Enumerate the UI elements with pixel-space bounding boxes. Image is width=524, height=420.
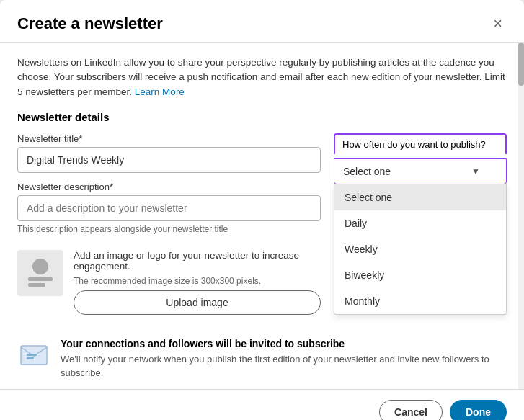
- intro-text: Newsletters on LinkedIn allow you to sha…: [17, 55, 507, 99]
- dropdown-item-select-one[interactable]: Select one: [334, 184, 506, 210]
- description-input[interactable]: [17, 195, 321, 221]
- subscribe-title: Your connections and followers will be i…: [61, 338, 507, 349]
- frequency-select[interactable]: Select one ▼: [334, 158, 507, 184]
- publish-label: How often do you want to publish?: [334, 133, 507, 154]
- image-placeholder: [17, 250, 63, 296]
- form-right: How often do you want to publish? Select…: [334, 133, 507, 184]
- placeholder-line-long: [28, 277, 53, 281]
- modal-title: Create a newsletter: [17, 14, 163, 33]
- envelope-icon: [17, 338, 50, 371]
- form-layout: Newsletter title* Newsletter description…: [17, 133, 507, 315]
- svg-rect-1: [27, 354, 37, 356]
- description-label: Newsletter description*: [17, 182, 321, 192]
- learn-more-link[interactable]: Learn More: [135, 86, 185, 97]
- done-button[interactable]: Done: [450, 400, 507, 420]
- subscribe-section: Your connections and followers will be i…: [17, 328, 507, 380]
- cancel-button[interactable]: Cancel: [379, 400, 443, 420]
- section-title: Newsletter details: [17, 111, 507, 123]
- scrollbar-thumb[interactable]: [518, 43, 524, 86]
- image-info-hint: The recommended image size is 300x300 pi…: [74, 276, 321, 286]
- scrollbar-track[interactable]: [518, 43, 524, 389]
- modal-body: Newsletters on LinkedIn allow you to sha…: [0, 43, 524, 389]
- description-field-group: Newsletter description* This description…: [17, 182, 321, 234]
- title-input[interactable]: [17, 147, 321, 173]
- modal-footer: Cancel Done: [0, 389, 524, 420]
- image-section: Add an image or logo for your newsletter…: [17, 250, 321, 315]
- upload-image-button[interactable]: Upload image: [74, 290, 321, 315]
- svg-rect-2: [27, 357, 34, 359]
- placeholder-line-medium: [28, 283, 45, 287]
- select-container: Select one ▼ Select one Daily Weekly Biw…: [334, 158, 507, 184]
- title-field-group: Newsletter title*: [17, 133, 321, 173]
- description-hint: This description appears alongside your …: [17, 224, 321, 234]
- subscribe-description: We'll notify your network when you publi…: [61, 352, 507, 380]
- title-label: Newsletter title*: [17, 133, 321, 144]
- close-button[interactable]: ×: [489, 14, 507, 33]
- modal-header: Create a newsletter ×: [0, 0, 524, 43]
- chevron-down-icon: ▼: [471, 166, 480, 177]
- dropdown-item-biweekly[interactable]: Biweekly: [334, 262, 506, 288]
- dropdown-item-monthly[interactable]: Monthly: [334, 288, 506, 314]
- image-info: Add an image or logo for your newsletter…: [74, 250, 321, 315]
- select-value: Select one: [343, 166, 391, 177]
- form-left: Newsletter title* Newsletter description…: [17, 133, 321, 315]
- modal: Create a newsletter × Newsletters on Lin…: [0, 0, 524, 420]
- image-info-text: Add an image or logo for your newsletter…: [74, 250, 321, 272]
- dropdown-item-daily[interactable]: Daily: [334, 210, 506, 236]
- placeholder-circle: [32, 259, 48, 274]
- frequency-dropdown: Select one Daily Weekly Biweekly Monthly: [334, 184, 507, 315]
- dropdown-item-weekly[interactable]: Weekly: [334, 236, 506, 262]
- placeholder-lines: [28, 277, 53, 287]
- intro-body: Newsletters on LinkedIn allow you to sha…: [17, 57, 505, 97]
- subscribe-text: Your connections and followers will be i…: [61, 338, 507, 380]
